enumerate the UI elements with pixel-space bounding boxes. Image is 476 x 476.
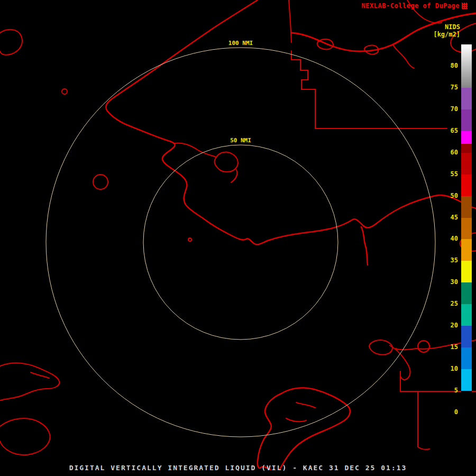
- colorbar-tick-0: 0: [437, 408, 458, 416]
- range-rings: [46, 48, 435, 437]
- colorbar-segment-50-55: [461, 175, 472, 196]
- map-outline-path: [188, 238, 191, 241]
- colorbar-tick-10: 10: [437, 365, 458, 372]
- colorbar-segment-0-5: [461, 391, 472, 413]
- colorbar-tick-65: 65: [437, 127, 458, 134]
- map-outline-path: [258, 393, 281, 470]
- colorbar-segment-60-62: [461, 144, 472, 152]
- colorbar-segment-45-50: [461, 196, 472, 218]
- map-outline-path: [62, 89, 67, 94]
- colorbar-tick-80: 80: [437, 62, 458, 69]
- map-outline-path: [215, 152, 238, 172]
- colorbar-segment-20-25: [461, 304, 472, 326]
- map-outline-path: [286, 402, 315, 422]
- radar-display: NEXLAB-College of DuPage NIDS [kg/m2] 80…: [0, 0, 476, 476]
- colorbar-tick-25: 25: [437, 300, 458, 307]
- radar-map-canvas: [0, 0, 476, 476]
- map-outline-path: [280, 388, 350, 469]
- map-outline-path: [31, 372, 49, 378]
- map-outline-path: [393, 45, 414, 68]
- range-ring-label: 50 NMI: [228, 137, 253, 144]
- map-outline-path: [418, 391, 429, 450]
- colorbar-tick-15: 15: [437, 343, 458, 351]
- map-outline-path: [0, 30, 22, 55]
- colorbar-segment-75-85: [461, 44, 472, 88]
- map-outline-path: [418, 341, 429, 352]
- colorbar-segment-35-40: [461, 239, 472, 261]
- colorbar-segment-15-20: [461, 326, 472, 347]
- colorbar-segment-30-35: [461, 261, 472, 282]
- colorbar-segment-25-30: [461, 282, 472, 304]
- scale-heading: NIDS: [433, 23, 460, 31]
- colorbar-segment-62-65: [461, 131, 472, 144]
- brand-label: NEXLAB-College of DuPage: [362, 2, 460, 10]
- colorbar-tick-60: 60: [437, 149, 458, 156]
- colorbar-tick-35: 35: [437, 257, 458, 264]
- colorbar-tick-55: 55: [437, 170, 458, 178]
- colorbar-tick-labels: 80757065605550454035302520151050: [437, 44, 458, 415]
- product-title: DIGITAL VERTICALLY INTEGRATED LIQUID (VI…: [0, 464, 476, 472]
- scale-units-block: NIDS [kg/m2]: [433, 23, 460, 38]
- colorbar-segment-40-45: [461, 218, 472, 240]
- colorbar-tick-5: 5: [437, 387, 458, 394]
- range-ring-50-nmi: [143, 145, 338, 340]
- colorbar-tick-70: 70: [437, 105, 458, 113]
- map-outline-path: [0, 418, 50, 455]
- brand-logo-icon: [462, 3, 468, 9]
- colorbar-segment-65-70: [461, 109, 472, 131]
- map-outlines: [0, 0, 476, 470]
- colorbar-segment-70-75: [461, 88, 472, 109]
- scale-units: [kg/m2]: [433, 31, 460, 38]
- map-outline-path: [0, 363, 59, 400]
- colorbar-segment-55-60: [461, 153, 472, 175]
- colorbar-tick-45: 45: [437, 214, 458, 221]
- colorbar-tick-30: 30: [437, 278, 458, 286]
- brand-text: NEXLAB-College of DuPage: [362, 2, 468, 10]
- colorbar-tick-50: 50: [437, 192, 458, 199]
- map-outline-path: [289, 0, 291, 42]
- colorbar-tick-40: 40: [437, 235, 458, 242]
- colorbar-segment-5-10: [461, 369, 472, 391]
- range-ring-100-nmi: [46, 48, 435, 437]
- map-outline-path: [361, 227, 368, 265]
- map-outline-path: [369, 340, 392, 355]
- colorbar-tick-20: 20: [437, 322, 458, 329]
- map-outline-path: [93, 175, 108, 189]
- colorbar: [461, 44, 472, 413]
- map-outline-path: [317, 39, 333, 49]
- map-outline-path: [231, 170, 237, 182]
- range-ring-label: 100 NMI: [227, 40, 254, 47]
- colorbar-segment-10-15: [461, 347, 472, 369]
- colorbar-tick-75: 75: [437, 84, 458, 91]
